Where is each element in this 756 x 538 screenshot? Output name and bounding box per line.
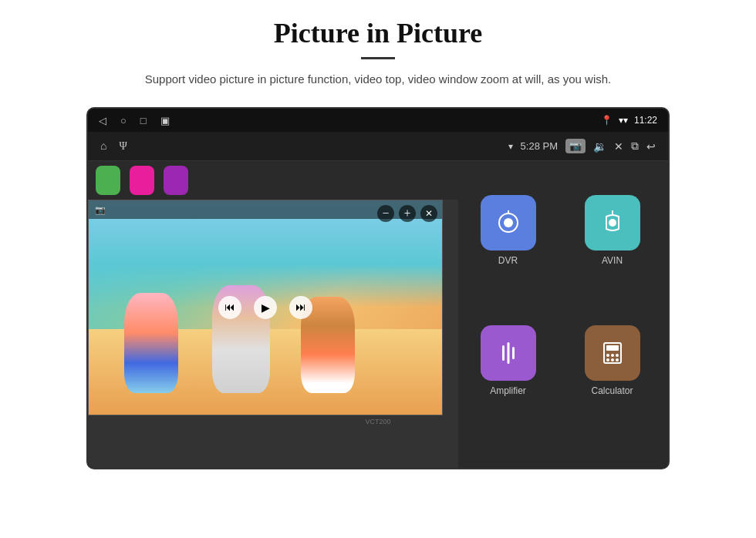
- svg-point-10: [606, 354, 609, 357]
- device-frame: ◁ ○ □ ▣ 📍 ▾▾ 11:22 ⌂ Ψ ▾ 5:28 PM 📷 🔉: [86, 107, 670, 469]
- back-icon[interactable]: ◁: [99, 115, 106, 126]
- calculator-label: Calculator: [591, 385, 633, 396]
- wifi-bar-icon: ▾: [508, 141, 513, 152]
- calculator-app[interactable]: Calculator: [564, 299, 660, 422]
- svg-point-3: [609, 219, 616, 227]
- pip-size-controls: − + ✕: [377, 205, 437, 222]
- pip-camera-icon: 📷: [95, 205, 106, 215]
- home-bar-icon[interactable]: ⌂: [100, 140, 106, 153]
- pip-plus-btn[interactable]: +: [399, 205, 416, 222]
- svg-rect-7: [512, 347, 515, 359]
- dvr-app[interactable]: DVR: [460, 169, 556, 291]
- close-bar-icon[interactable]: ✕: [614, 140, 623, 153]
- svg-rect-5: [502, 345, 505, 361]
- dvr-label: DVR: [498, 255, 518, 266]
- status-bar: ◁ ○ □ ▣ 📍 ▾▾ 11:22: [88, 109, 668, 132]
- amplifier-label: Amplifier: [490, 385, 526, 396]
- svg-point-1: [504, 218, 513, 227]
- status-bar-left: ◁ ○ □ ▣: [99, 115, 170, 126]
- page-subtitle: Support video picture in picture functio…: [108, 70, 648, 89]
- usb-icon: Ψ: [119, 140, 127, 153]
- secondary-bar: ⌂ Ψ ▾ 5:28 PM 📷 🔉 ✕ ⧉ ↩: [88, 132, 668, 161]
- svg-point-12: [616, 354, 619, 357]
- title-divider: [361, 57, 395, 59]
- avin-app[interactable]: AVIN: [564, 169, 660, 291]
- svg-rect-9: [606, 345, 619, 351]
- svg-point-13: [606, 358, 609, 361]
- pip-window[interactable]: 📷 − + ✕ ⏮ ▶ ⏭: [88, 200, 443, 415]
- avin-icon: [585, 195, 640, 251]
- secondary-bar-right: ▾ 5:28 PM 📷 🔉 ✕ ⧉ ↩: [508, 139, 656, 153]
- page-container: Picture in Picture Support video picture…: [0, 0, 756, 538]
- main-content: 📷 − + ✕ ⏮ ▶ ⏭: [88, 161, 668, 468]
- svg-point-15: [616, 358, 619, 361]
- screenshot-icon[interactable]: ▣: [160, 115, 170, 126]
- watermark: VCT200: [365, 418, 390, 425]
- figure-1: [124, 293, 178, 393]
- dvr-icon: [481, 195, 536, 251]
- apps-grid: DVR AVIN: [452, 161, 668, 429]
- pip-prev-btn[interactable]: ⏮: [218, 296, 241, 319]
- purple-app-btn[interactable]: [164, 166, 188, 195]
- window-icon[interactable]: ⧉: [631, 140, 639, 153]
- camera-icon[interactable]: 📷: [565, 139, 586, 153]
- page-title: Picture in Picture: [46, 17, 710, 49]
- location-icon: 📍: [601, 115, 613, 126]
- video-area: 📷 − + ✕ ⏮ ▶ ⏭: [88, 161, 458, 468]
- svg-point-11: [611, 354, 614, 357]
- top-apps-row: [88, 161, 458, 200]
- secondary-clock: 5:28 PM: [521, 140, 558, 152]
- avin-label: AVIN: [602, 255, 623, 266]
- green-app-btn[interactable]: [96, 166, 120, 195]
- pip-play-btn[interactable]: ▶: [254, 296, 277, 319]
- header-section: Picture in Picture Support video picture…: [0, 0, 756, 96]
- amplifier-app[interactable]: Amplifier: [460, 299, 556, 422]
- pip-controls-overlay: ⏮ ▶ ⏭: [218, 296, 312, 319]
- back-bar-icon[interactable]: ↩: [646, 140, 656, 153]
- svg-point-14: [611, 358, 614, 361]
- pip-minus-btn[interactable]: −: [377, 205, 394, 222]
- calculator-icon-box: [585, 325, 640, 381]
- secondary-bar-left: ⌂ Ψ: [100, 140, 127, 153]
- pip-close-btn[interactable]: ✕: [420, 205, 437, 222]
- svg-rect-6: [507, 342, 509, 364]
- pip-next-btn[interactable]: ⏭: [289, 296, 312, 319]
- clock-display: 11:22: [634, 115, 657, 126]
- home-icon[interactable]: ○: [120, 115, 127, 126]
- recent-icon[interactable]: □: [140, 115, 147, 126]
- amplifier-icon-box: [481, 325, 536, 381]
- status-bar-right: 📍 ▾▾ 11:22: [601, 115, 657, 126]
- wifi-icon: ▾▾: [619, 115, 628, 126]
- volume-icon[interactable]: 🔉: [593, 140, 606, 153]
- pink-app-btn[interactable]: [130, 166, 154, 195]
